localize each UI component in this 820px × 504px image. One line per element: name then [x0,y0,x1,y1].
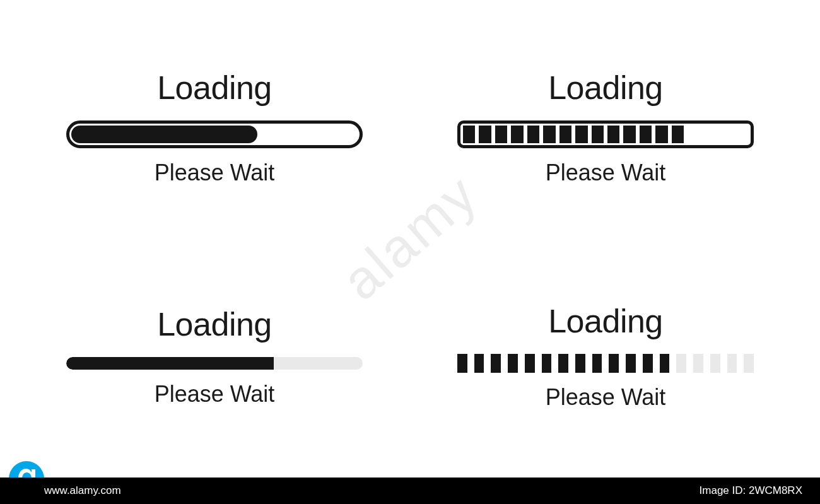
loading-title: Loading [157,69,272,107]
progress-segment [626,354,636,373]
loading-title: Loading [548,302,663,340]
progress-segment [479,126,491,143]
progress-segment [676,354,686,373]
progress-segment [592,354,602,373]
progress-segment [463,126,475,143]
progress-segment [727,354,737,373]
progress-segment [693,354,703,373]
loader-pill: Loading Please Wait [50,25,378,230]
footer-link[interactable]: www.alamy.com [44,484,121,497]
progress-segment [607,126,619,143]
progress-bar-segmented [457,354,754,373]
progress-segment [527,126,539,143]
progress-segment [495,126,507,143]
progress-segment [542,354,552,373]
progress-segment [660,354,670,373]
progress-segment [511,126,523,143]
progress-segment [491,354,501,373]
loader-flat: Loading Please Wait [50,255,378,459]
progress-segment [558,354,568,373]
progress-segment [575,354,585,373]
progress-bar-rect [457,120,754,148]
progress-segment [543,126,555,143]
progress-segment [575,126,587,143]
progress-segment [623,126,635,143]
progress-segment [640,126,652,143]
progress-segment [655,126,667,143]
loading-title: Loading [548,69,663,107]
progress-bar-flat [66,357,363,370]
progress-segment [525,354,535,373]
footer-image-id: Image ID: 2WCM8RX [700,484,802,497]
progress-segment [704,126,716,143]
progress-segment [688,126,700,143]
progress-segment [592,126,604,143]
progress-segment [710,354,720,373]
progress-segment [744,354,754,373]
progress-segment [672,126,684,143]
progress-segment [735,126,747,143]
progress-segment [609,354,619,373]
loader-segmented: Loading Please Wait [442,255,770,459]
footer-strip: www.alamy.com Image ID: 2WCM8RX [0,478,820,504]
please-wait-label: Please Wait [155,381,275,407]
progress-bar-pill [66,120,363,148]
loading-title: Loading [157,305,272,343]
progress-segment [559,126,571,143]
progress-segment [474,354,484,373]
progress-segment [720,126,732,143]
loader-grid: Loading Please Wait Loading Please Wait … [0,0,820,478]
progress-fill [66,357,274,370]
progress-fill [71,126,257,143]
progress-segment [457,354,467,373]
please-wait-label: Please Wait [155,160,275,186]
loader-rect-segmented: Loading Please Wait [442,25,770,230]
please-wait-label: Please Wait [546,160,666,186]
please-wait-label: Please Wait [546,384,666,411]
progress-segment [508,354,518,373]
progress-segment [643,354,653,373]
